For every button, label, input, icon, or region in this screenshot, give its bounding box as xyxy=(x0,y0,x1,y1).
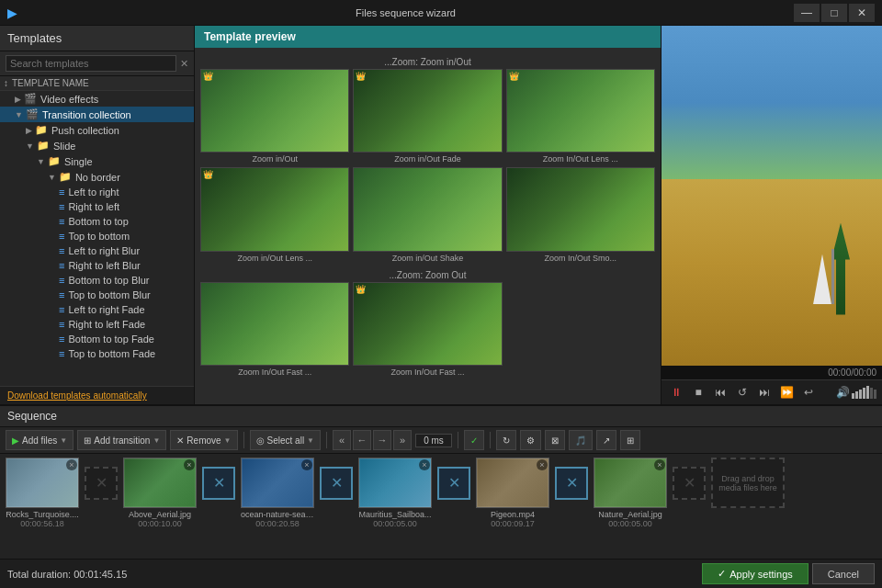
close-button[interactable]: ✕ xyxy=(849,4,875,22)
maximize-button[interactable]: □ xyxy=(821,4,847,22)
sequence-toolbar: ▶ Add files ▼ ⊞ Add transition ▼ ✕ Remov… xyxy=(0,427,882,454)
template-thumb-zoom-inout-fast1[interactable]: Zoom In/Out Fast ... xyxy=(200,282,349,377)
tree-label: Top to bottom xyxy=(68,231,130,242)
tree-item-no-border[interactable]: ▼ 📁 No border xyxy=(0,169,194,185)
template-thumb-zoom-inout-lens1[interactable]: 👑 Zoom In/Out Lens ... xyxy=(506,69,655,164)
tree-item-bottom-to-top-fade[interactable]: ≡ Bottom to top Fade xyxy=(0,332,194,346)
tree-item-video-effects[interactable]: ▶ 🎬 Video effects xyxy=(0,91,194,107)
loop-seq-button[interactable]: ↻ xyxy=(496,430,516,450)
tree-label: Right to left Fade xyxy=(68,319,145,330)
nav-next-button[interactable]: → xyxy=(373,430,391,450)
media-filename: Mauritius_Sailboa... xyxy=(358,510,431,519)
transition-slot-6[interactable]: ✕ xyxy=(671,458,707,508)
transition-slot-1[interactable]: ✕ xyxy=(83,458,119,508)
template-thumb-zoom-inout-lens2[interactable]: 👑 Zoom in/Out Lens ... xyxy=(200,167,349,262)
tree-item-top-to-bottom[interactable]: ≡ Top to bottom xyxy=(0,229,194,243)
tree-item-left-to-right-blur[interactable]: ≡ Left to right Blur xyxy=(0,243,194,258)
download-templates-link[interactable]: Download templates automatically xyxy=(0,386,194,404)
rewind-button[interactable]: ↺ xyxy=(733,384,752,401)
sequence-bottom-bar: Total duration: 00:01:45.15 ✓ Apply sett… xyxy=(0,559,882,588)
minimize-button[interactable]: — xyxy=(794,4,820,22)
media-thumbnail[interactable]: × xyxy=(358,458,432,508)
tree-label: Video effects xyxy=(40,94,98,105)
vol-bar-7 xyxy=(874,390,876,399)
media-thumbnail[interactable]: × xyxy=(123,458,197,508)
tree-item-transition-collection[interactable]: ▼ 🎬 Transition collection xyxy=(0,107,194,122)
template-thumb-zoom-inout-smooth[interactable]: Zoom In/Out Smo... xyxy=(506,167,655,262)
video-frame xyxy=(662,26,882,366)
tree-item-top-to-bottom-blur[interactable]: ≡ Top to bottom Blur xyxy=(0,288,194,302)
tree-item-bottom-to-top[interactable]: ≡ Bottom to top xyxy=(0,214,194,229)
media-thumbnail[interactable]: × xyxy=(6,458,79,508)
delete-icon[interactable]: × xyxy=(301,459,312,470)
media-duration: 00:00:05.00 xyxy=(608,519,652,528)
cancel-button[interactable]: Cancel xyxy=(812,563,875,584)
add-transition-button[interactable]: ⊞ Add transition ▼ xyxy=(77,430,166,450)
search-clear-icon[interactable]: ✕ xyxy=(180,58,188,70)
export-button[interactable]: ↗ xyxy=(596,430,616,450)
fast-forward-button[interactable]: ⏩ xyxy=(777,384,796,401)
folder-icon: 📁 xyxy=(35,124,48,136)
delete-icon[interactable]: × xyxy=(184,459,195,470)
tree-item-left-to-right-fade[interactable]: ≡ Left to right Fade xyxy=(0,302,194,317)
tree-item-top-to-bottom-fade[interactable]: ≡ Top to bottom Fade xyxy=(0,346,194,361)
nav-last-button[interactable]: » xyxy=(393,430,412,450)
add-files-button[interactable]: ▶ Add files ▼ xyxy=(6,430,74,450)
delete-icon[interactable]: × xyxy=(66,459,77,470)
titlebar-left: ▶ xyxy=(7,6,17,20)
delete-icon[interactable]: × xyxy=(537,459,548,470)
template-thumb-zoom-inout[interactable]: 👑 Zoom in/Out xyxy=(200,69,349,164)
sequence-tracks: × Rocks_Turquoise.... 00:00:56.18 ✕ × Ab… xyxy=(0,454,882,559)
record-button[interactable]: ⏸ xyxy=(667,384,685,401)
transition-slot-5[interactable]: ✕ xyxy=(553,458,590,508)
remove-button[interactable]: ✕ Remove ▼ xyxy=(170,430,237,450)
sequence-panel: Sequence ▶ Add files ▼ ⊞ Add transition … xyxy=(0,404,882,588)
effect-icon: ≡ xyxy=(59,319,64,330)
dropdown-arrow-icon: ▼ xyxy=(224,436,232,445)
media-thumbnail[interactable]: × xyxy=(594,458,667,508)
prev-frame-button[interactable]: ⏮ xyxy=(711,384,729,401)
transition-slot-2[interactable]: ✕ xyxy=(200,458,237,508)
more-button[interactable]: ⊞ xyxy=(620,430,640,450)
crop-button[interactable]: ⊠ xyxy=(545,430,565,450)
tree-label: Right to left xyxy=(68,201,119,212)
tree-item-left-to-right[interactable]: ≡ Left to right xyxy=(0,185,194,199)
template-thumb-zoom-inout-fade[interactable]: 👑 Zoom in/Out Fade xyxy=(353,69,502,164)
tree-section-header: ↕ TEMPLATE NAME xyxy=(0,76,194,91)
select-all-button[interactable]: ◎ Select all ▼ xyxy=(250,430,322,450)
transition-slot-4[interactable]: ✕ xyxy=(435,458,472,508)
delay-input[interactable] xyxy=(415,434,452,447)
tree-item-slide[interactable]: ▼ 📁 Slide xyxy=(0,138,194,153)
toolbar-separator xyxy=(243,432,244,448)
vol-bar-6 xyxy=(870,388,873,399)
tree-item-push-collection[interactable]: ▶ 📁 Push collection xyxy=(0,122,194,138)
nav-first-button[interactable]: « xyxy=(333,430,351,450)
sequence-item-rocks: × Rocks_Turquoise.... 00:00:56.18 xyxy=(6,458,79,528)
transition-slot-3[interactable]: ✕ xyxy=(318,458,355,508)
media-thumbnail[interactable]: × xyxy=(241,458,314,508)
nav-prev-button[interactable]: ← xyxy=(353,430,371,450)
tree-item-single[interactable]: ▼ 📁 Single xyxy=(0,153,194,169)
tree-item-right-to-left-fade[interactable]: ≡ Right to left Fade xyxy=(0,317,194,332)
media-thumbnail[interactable]: × xyxy=(476,458,549,508)
delete-icon[interactable]: × xyxy=(419,459,430,470)
delete-icon[interactable]: × xyxy=(654,459,665,470)
checkmark-icon: ✓ xyxy=(718,568,726,580)
tree-item-right-to-left[interactable]: ≡ Right to left xyxy=(0,199,194,214)
stop-button[interactable]: ■ xyxy=(689,384,707,401)
template-thumb-zoom-inout-shake[interactable]: Zoom in/Out Shake xyxy=(353,167,502,262)
settings-button[interactable]: ⚙ xyxy=(520,430,541,450)
loop-button[interactable]: ↩ xyxy=(799,384,818,401)
tree-item-right-to-left-blur[interactable]: ≡ Right to left Blur xyxy=(0,258,194,273)
drag-drop-zone[interactable]: Drag and drop media files here xyxy=(711,458,785,508)
dropdown-arrow-icon: ▼ xyxy=(307,436,314,445)
template-thumb-zoom-inout-fast2[interactable]: 👑 Zoom In/Out Fast ... xyxy=(353,282,502,377)
tree-label: Top to bottom Fade xyxy=(68,348,155,359)
apply-settings-button[interactable]: ✓ Apply settings xyxy=(702,563,808,584)
audio-button[interactable]: 🎵 xyxy=(569,430,593,450)
tree-label: Right to left Blur xyxy=(68,260,140,271)
templates-search-input[interactable] xyxy=(6,55,176,72)
confirm-button[interactable]: ✓ xyxy=(464,430,484,450)
tree-item-bottom-to-top-blur[interactable]: ≡ Bottom to top Blur xyxy=(0,273,194,288)
next-frame-button[interactable]: ⏭ xyxy=(755,384,774,401)
